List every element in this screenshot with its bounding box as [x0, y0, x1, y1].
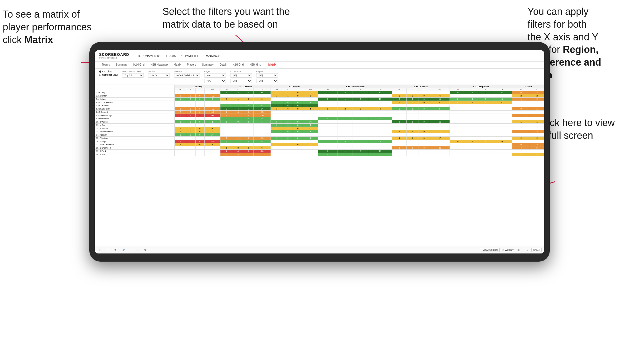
col-header-3: 3. J Koivun	[271, 85, 318, 88]
row-label-3: 4. M Thorbjornsen	[95, 101, 175, 104]
division-select[interactable]: NCAA Division I	[174, 73, 200, 78]
cell-12-4-t: 0	[418, 130, 430, 133]
toolbar-settings[interactable]: ⚙	[142, 248, 148, 252]
cell-10-5-dif	[492, 124, 512, 127]
conference-select1[interactable]: (All)	[230, 73, 252, 78]
nav-tournaments[interactable]: TOURNAMENTS	[137, 54, 160, 58]
nav-teams[interactable]: TEAMS	[166, 54, 176, 58]
toolbar-refresh[interactable]: ↺	[113, 248, 118, 252]
max-players-select[interactable]: Top 25	[122, 73, 144, 78]
cell-16-1-l	[233, 143, 243, 146]
cell-12-5-dif	[492, 130, 512, 133]
cell-7-2-dif	[303, 114, 318, 117]
row-label-16: 17. S De La Fuente	[95, 143, 175, 146]
cell-10-5-w	[450, 124, 466, 127]
subnav-h2h-grid2[interactable]: H2H Grid	[230, 62, 246, 68]
subnav-teams[interactable]: Teams	[99, 62, 112, 68]
subnav-players[interactable]: Players	[184, 62, 199, 68]
cell-18-0-w	[174, 150, 186, 153]
gender-filter: Gender Men's	[148, 70, 170, 78]
cell-3-3-t	[353, 101, 368, 104]
cell-6-6-l	[530, 111, 544, 114]
toolbar-watch[interactable]: 👁 Watch ▾	[502, 249, 514, 251]
cell-16-0-w: 2	[174, 143, 186, 146]
cell-8-6-w	[512, 117, 530, 120]
cell-7-0-w: 5	[174, 114, 186, 117]
subh-l6: L	[466, 88, 479, 91]
matrix-container[interactable]: 1. W Ding 2. L Clanton 3. J Koivun 4. M …	[95, 85, 544, 253]
compact-view-option[interactable]: Compact View	[99, 73, 118, 76]
cell-0-1-w: 1	[220, 91, 233, 94]
cell-1-0-t: 0	[195, 94, 204, 98]
toolbar-zoom-out[interactable]: −	[129, 248, 133, 252]
cell-7-5-l	[466, 114, 479, 117]
toolbar-zoom-in[interactable]: +	[135, 248, 140, 252]
cell-5-5-l	[466, 107, 479, 111]
subnav-matrix-active[interactable]: Matrix	[266, 62, 279, 68]
region-select2[interactable]: N/A	[204, 79, 226, 83]
cell-14-3-w	[318, 137, 337, 140]
cell-18-4-dif	[430, 150, 450, 153]
subnav-h2h-grid[interactable]: H2H Grid	[131, 62, 147, 68]
cell-5-1-dif: 24	[253, 107, 271, 111]
scoreboard-logo: SCOREBOARD Powered by clippd	[99, 52, 129, 59]
region-select1[interactable]: N/A	[204, 73, 226, 78]
cell-16-4-dif	[430, 143, 450, 146]
toolbar-grid-btn[interactable]: ⊞	[516, 248, 521, 252]
cell-15-3-l: 3	[337, 140, 353, 143]
cell-2-3-dif: 13	[368, 98, 392, 101]
conference-select2[interactable]: (All)	[230, 79, 252, 83]
cell-19-0-t	[195, 153, 204, 156]
players-select2[interactable]: (All)	[256, 79, 278, 83]
annotation-tr-l2: filters for both	[528, 19, 587, 30]
subnav-summary[interactable]: Summary	[113, 62, 130, 68]
cell-11-3-t	[353, 127, 368, 130]
cell-12-0-w: 1	[174, 130, 186, 133]
cell-9-5-w	[450, 120, 466, 124]
app-header: SCOREBOARD Powered by clippd TOURNAMENTS…	[95, 50, 544, 62]
cell-9-0-t: 0	[195, 120, 204, 124]
cell-14-6-w: 2	[512, 137, 530, 140]
players-select1[interactable]: (All)	[256, 73, 278, 78]
subnav-h2h-hm[interactable]: H2H Hm...	[247, 62, 265, 68]
cell-13-1-dif	[253, 133, 271, 137]
cell-16-0-dif: -8	[204, 143, 220, 146]
toolbar-undo[interactable]: ↩	[97, 248, 103, 252]
cell-12-2-t: 0	[293, 130, 303, 133]
cell-19-5-t	[479, 153, 492, 156]
nav-committee[interactable]: COMMITTEE	[181, 54, 199, 58]
cell-6-3-dif	[368, 111, 392, 114]
cell-8-3-l: 1	[337, 117, 353, 120]
toolbar-redo[interactable]: ↪	[105, 248, 110, 252]
gender-select[interactable]: Men's	[148, 73, 170, 78]
cell-13-5-t	[479, 133, 492, 137]
full-view-option[interactable]: Full View	[99, 70, 118, 73]
nav-rankings[interactable]: RANKINGS	[205, 54, 220, 58]
subnav-detail[interactable]: Detail	[217, 62, 229, 68]
cell-6-4-l	[406, 111, 418, 114]
toolbar-view-label: View: Original	[481, 248, 499, 252]
row-label-13: 14. J Lundin	[95, 133, 175, 137]
cell-12-1-l	[233, 130, 243, 133]
cell-4-2-dif: 11	[303, 104, 318, 107]
cell-11-4-l	[406, 127, 418, 130]
subnav-h2h-heatmap[interactable]: H2H Heatmap	[148, 62, 170, 68]
toolbar-link[interactable]: 🔗	[120, 248, 126, 252]
cell-7-5-t	[479, 114, 492, 117]
subnav-matrix[interactable]: Matrix	[171, 62, 184, 68]
subh-t5: T	[418, 88, 430, 91]
cell-1-4-l: 0	[406, 94, 418, 98]
cell-3-5-dif: -6	[492, 101, 512, 104]
subh-t3: T	[293, 88, 303, 91]
view-toggle: Full View Compact View	[99, 70, 118, 76]
row-label-15: 16. K Vilips	[95, 140, 175, 143]
subnav-summary2[interactable]: Summary	[199, 62, 216, 68]
cell-4-4-w	[392, 104, 407, 107]
corner-header	[95, 85, 175, 88]
toolbar-fullscreen[interactable]: ⛶	[523, 248, 529, 252]
toolbar-share-btn[interactable]: Share	[531, 248, 542, 252]
cell-19-3-dif: 7	[368, 153, 392, 156]
cell-14-5-t	[479, 137, 492, 140]
cell-0-0-dif	[204, 91, 220, 94]
cell-1-5-l	[466, 94, 479, 98]
